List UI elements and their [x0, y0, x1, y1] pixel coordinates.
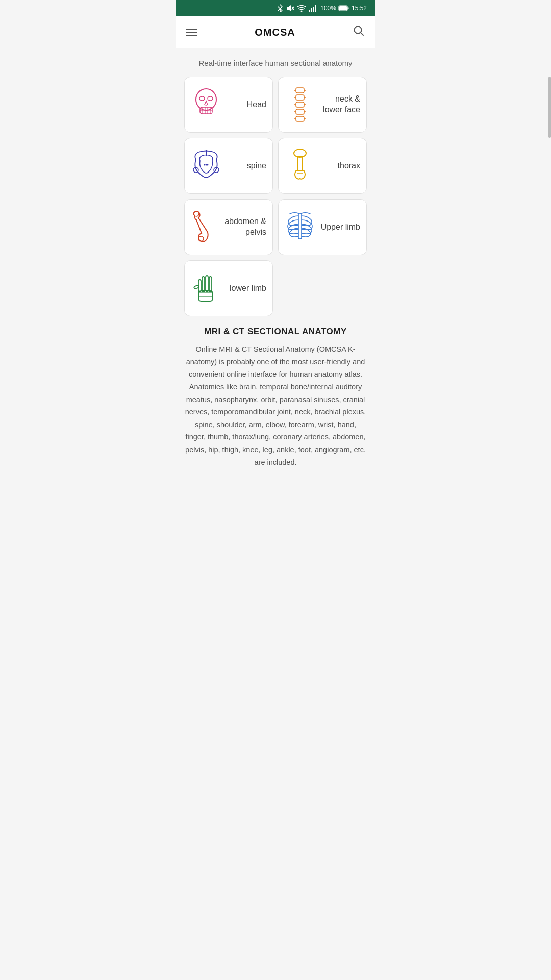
upper-limb-item[interactable]: Upper limb	[278, 199, 367, 255]
battery-text: 100%	[320, 5, 336, 12]
svg-rect-28	[296, 102, 304, 107]
head-item[interactable]: Head	[184, 77, 273, 133]
svg-rect-34	[296, 116, 304, 121]
spine-icon	[191, 148, 221, 184]
svg-point-42	[207, 164, 209, 165]
app-title: OMCSA	[255, 27, 295, 38]
svg-rect-7	[315, 5, 316, 12]
svg-rect-53	[206, 276, 208, 292]
thorax-item[interactable]: thorax	[278, 138, 367, 194]
abdomen-label: abdomen & pelvis	[221, 216, 266, 238]
thorax-icon	[285, 148, 315, 184]
lower-limb-item[interactable]: lower limb	[184, 260, 273, 316]
svg-point-43	[294, 149, 306, 157]
svg-rect-54	[209, 277, 212, 292]
abdomen-icon	[191, 209, 221, 245]
subtitle-text: Real-time interface human sectional anat…	[184, 59, 367, 67]
neck-label: neck & lower face	[315, 94, 360, 115]
svg-point-46	[194, 211, 199, 216]
signal-icon	[309, 5, 318, 12]
svg-rect-31	[296, 109, 304, 114]
anatomy-grid-row4: lower limb	[184, 260, 367, 316]
svg-point-3	[301, 11, 303, 12]
svg-point-41	[206, 164, 207, 165]
app-header: OMCSA	[176, 16, 375, 48]
svg-point-40	[204, 164, 206, 165]
bluetooth-icon	[277, 4, 284, 12]
svg-point-15	[208, 96, 213, 101]
svg-rect-10	[347, 7, 348, 9]
neck-item[interactable]: neck & lower face	[278, 77, 367, 133]
anatomy-grid-row1: Head	[184, 77, 367, 133]
anatomy-grid-row2: spine thorax	[184, 138, 367, 194]
wifi-icon	[297, 5, 306, 12]
battery-icon	[339, 5, 349, 11]
upper-limb-label: Upper limb	[315, 222, 360, 233]
search-icon	[353, 24, 365, 37]
svg-rect-5	[311, 8, 312, 12]
neck-icon	[285, 87, 315, 122]
spine-item[interactable]: spine	[184, 138, 273, 194]
svg-marker-0	[287, 5, 291, 11]
mri-section-heading: MRI & CT SECTIONAL ANATOMY	[184, 327, 367, 337]
menu-button[interactable]	[186, 29, 197, 36]
anatomy-grid-row3: abdomen & pelvis	[184, 199, 367, 255]
head-label: Head	[221, 100, 266, 110]
search-button[interactable]	[353, 24, 365, 40]
thorax-label: thorax	[315, 161, 360, 172]
spine-label: spine	[221, 161, 266, 172]
svg-rect-49	[298, 213, 302, 239]
svg-rect-44	[298, 157, 302, 171]
lower-limb-icon	[191, 271, 221, 306]
status-icons: 100% 15:52	[277, 4, 367, 12]
svg-rect-22	[296, 88, 304, 93]
abdomen-item[interactable]: abdomen & pelvis	[184, 199, 273, 255]
svg-rect-52	[202, 277, 205, 292]
upper-limb-icon	[285, 209, 315, 245]
svg-rect-48	[298, 213, 302, 239]
svg-point-14	[199, 96, 205, 101]
main-content: Real-time interface human sectional anat…	[176, 48, 375, 479]
svg-line-12	[360, 33, 363, 36]
time-display: 15:52	[352, 5, 367, 12]
status-bar: 100% 15:52	[176, 0, 375, 16]
mri-section-body: Online MRI & CT Sectional Anatomy (OMCSA…	[184, 343, 367, 469]
svg-rect-6	[313, 7, 314, 12]
svg-rect-9	[339, 6, 347, 10]
head-icon	[191, 87, 221, 122]
mute-icon	[286, 4, 294, 12]
svg-rect-4	[309, 10, 310, 12]
svg-rect-25	[296, 95, 304, 100]
lower-limb-label: lower limb	[221, 283, 266, 294]
